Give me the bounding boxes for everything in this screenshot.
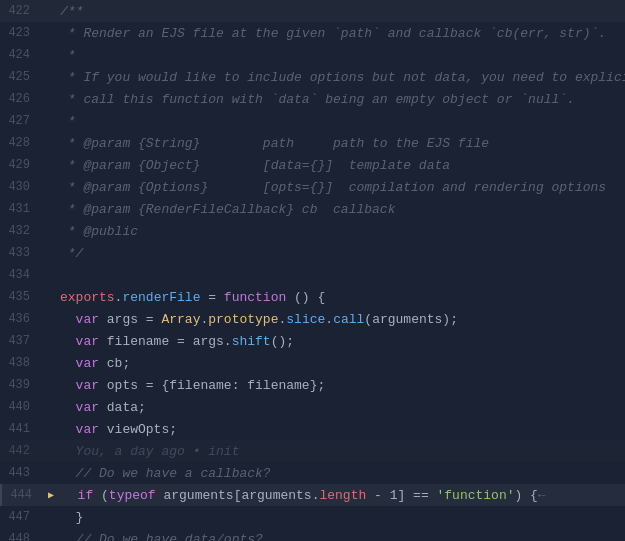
code-line: 442 You, a day ago • init xyxy=(0,440,625,462)
code-line: 436 var args = Array.prototype.slice.cal… xyxy=(0,308,625,330)
code-content: * Render an EJS file at the given `path`… xyxy=(56,26,617,41)
line-number: 431 xyxy=(0,202,42,216)
code-content: * xyxy=(56,48,617,63)
code-content: /** xyxy=(56,4,617,19)
line-number: 439 xyxy=(0,378,42,392)
code-line: 433 */ xyxy=(0,242,625,264)
code-content: You, a day ago • init xyxy=(56,444,617,459)
line-number: 428 xyxy=(0,136,42,150)
code-content: if (typeof arguments[arguments.length - … xyxy=(58,488,617,503)
code-line: 422/** xyxy=(0,0,625,22)
code-content: * call this function with `data` being a… xyxy=(56,92,617,107)
code-content: var cb; xyxy=(56,356,617,371)
line-number: 436 xyxy=(0,312,42,326)
line-number: 437 xyxy=(0,334,42,348)
code-line: 434 xyxy=(0,264,625,286)
line-number: 448 xyxy=(0,532,42,541)
code-content: exports.renderFile = function () { xyxy=(56,290,617,305)
line-number: 424 xyxy=(0,48,42,62)
code-content: * xyxy=(56,114,617,129)
line-number: 423 xyxy=(0,26,42,40)
line-number: 442 xyxy=(0,444,42,458)
code-content: * @param {Object} [data={}] template dat… xyxy=(56,158,617,173)
line-number: 427 xyxy=(0,114,42,128)
code-content: var args = Array.prototype.slice.call(ar… xyxy=(56,312,617,327)
code-content: // Do we have a callback? xyxy=(56,466,617,481)
code-line: 443 // Do we have a callback? xyxy=(0,462,625,484)
code-content: var filename = args.shift(); xyxy=(56,334,617,349)
code-line: 425 * If you would like to include optio… xyxy=(0,66,625,88)
code-content: * @param {RenderFileCallback} cb callbac… xyxy=(56,202,617,217)
code-content: var viewOpts; xyxy=(56,422,617,437)
code-line: 437 var filename = args.shift(); xyxy=(0,330,625,352)
code-line: 430 * @param {Options} [opts={}] compila… xyxy=(0,176,625,198)
code-line: 444▶ if (typeof arguments[arguments.leng… xyxy=(0,484,625,506)
code-line: 423 * Render an EJS file at the given `p… xyxy=(0,22,625,44)
code-content: var opts = {filename: filename}; xyxy=(56,378,617,393)
code-line: 428 * @param {String} path path to the E… xyxy=(0,132,625,154)
code-content: */ xyxy=(56,246,617,261)
code-content: * @public xyxy=(56,224,617,239)
line-number: 425 xyxy=(0,70,42,84)
line-number: 433 xyxy=(0,246,42,260)
line-number: 440 xyxy=(0,400,42,414)
code-line: 439 var opts = {filename: filename}; xyxy=(0,374,625,396)
code-line: 426 * call this function with `data` bei… xyxy=(0,88,625,110)
code-line: 440 var data; xyxy=(0,396,625,418)
line-number: 447 xyxy=(0,510,42,524)
code-line: 448 // Do we have data/opts? xyxy=(0,528,625,541)
code-content: var data; xyxy=(56,400,617,415)
code-line: 441 var viewOpts; xyxy=(0,418,625,440)
code-line: 435exports.renderFile = function () { xyxy=(0,286,625,308)
code-line: 427 * xyxy=(0,110,625,132)
line-number: 441 xyxy=(0,422,42,436)
code-line: 447 } xyxy=(0,506,625,528)
line-number: 438 xyxy=(0,356,42,370)
code-content: // Do we have data/opts? xyxy=(56,532,617,542)
code-content: } xyxy=(56,510,617,525)
line-number: 422 xyxy=(0,4,42,18)
line-number: 444 xyxy=(2,488,44,502)
git-annotation: You, a day ago • init xyxy=(76,444,240,459)
code-line: 438 var cb; xyxy=(0,352,625,374)
line-number: 430 xyxy=(0,180,42,194)
code-content: * If you would like to include options b… xyxy=(56,70,625,85)
line-number: 426 xyxy=(0,92,42,106)
code-editor: 422/**423 * Render an EJS file at the gi… xyxy=(0,0,625,541)
code-content: * @param {Options} [opts={}] compilation… xyxy=(56,180,617,195)
gutter-icon[interactable]: ▶ xyxy=(44,489,58,501)
code-line: 429 * @param {Object} [data={}] template… xyxy=(0,154,625,176)
line-number: 435 xyxy=(0,290,42,304)
line-number: 443 xyxy=(0,466,42,480)
code-line: 431 * @param {RenderFileCallback} cb cal… xyxy=(0,198,625,220)
code-content: * @param {String} path path to the EJS f… xyxy=(56,136,617,151)
code-line: 432 * @public xyxy=(0,220,625,242)
line-number: 434 xyxy=(0,268,42,282)
line-number: 429 xyxy=(0,158,42,172)
code-line: 424 * xyxy=(0,44,625,66)
line-number: 432 xyxy=(0,224,42,238)
